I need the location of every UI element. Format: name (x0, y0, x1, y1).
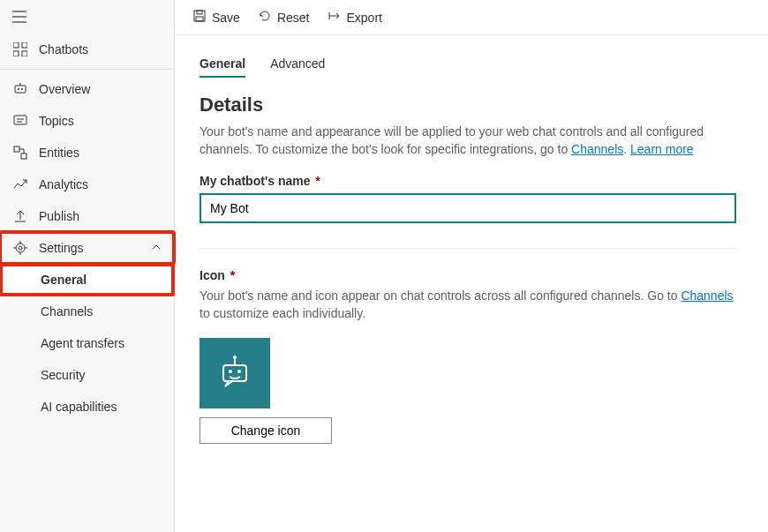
required-asterisk: * (312, 174, 320, 188)
nav-label: Overview (39, 82, 162, 96)
toolbar: Save Reset Export (175, 0, 768, 35)
svg-rect-14 (14, 146, 19, 152)
sub-label: Agent transfers (41, 336, 124, 350)
nav-label: Chatbots (39, 42, 162, 56)
tab-label: Advanced (270, 56, 325, 71)
sidebar-item-ai-capabilities[interactable]: AI capabilities (0, 391, 174, 423)
svg-rect-5 (13, 51, 19, 56)
nav-label: Publish (39, 209, 162, 223)
reset-label: Reset (277, 11, 310, 25)
nav-topics[interactable]: Topics (0, 105, 174, 137)
save-button[interactable]: Save (192, 9, 240, 26)
svg-rect-6 (22, 51, 27, 56)
nav-label: Entities (39, 146, 162, 160)
export-button[interactable]: Export (328, 9, 382, 26)
svg-rect-3 (13, 42, 19, 48)
learn-more-link[interactable]: Learn more (630, 142, 694, 156)
tab-label: General (200, 56, 245, 71)
bot-icon-preview (200, 338, 270, 408)
publish-icon (12, 209, 28, 223)
bot-avatar-icon (215, 353, 255, 393)
gear-icon (12, 241, 28, 255)
sidebar: Chatbots Overview Topics Entities (0, 0, 175, 532)
grid-icon (12, 42, 28, 56)
export-icon (328, 9, 342, 26)
svg-rect-27 (197, 11, 202, 14)
svg-rect-11 (14, 116, 26, 124)
chatbot-name-input[interactable] (200, 193, 736, 223)
svg-rect-15 (21, 154, 26, 159)
sub-label: Security (41, 368, 86, 382)
divider (200, 248, 736, 249)
export-label: Export (347, 11, 382, 25)
svg-point-35 (237, 370, 241, 373)
sub-label: AI capabilities (41, 400, 117, 414)
svg-point-33 (233, 356, 237, 359)
svg-rect-28 (196, 17, 203, 21)
tab-general[interactable]: General (200, 51, 245, 78)
svg-point-9 (21, 88, 23, 90)
nav-settings[interactable]: Settings (0, 232, 174, 264)
sidebar-item-general[interactable]: General (0, 264, 174, 296)
main-content: Save Reset Export General (175, 0, 768, 532)
save-label: Save (212, 11, 240, 25)
chevron-up-icon (151, 241, 162, 255)
nav-chatbots[interactable]: Chatbots (0, 34, 174, 65)
nav-label: Settings (39, 241, 140, 255)
nav-entities[interactable]: Entities (0, 137, 174, 169)
details-title: Details (200, 94, 743, 116)
sub-label: General (41, 273, 87, 287)
svg-rect-4 (22, 42, 27, 48)
nav-publish[interactable]: Publish (0, 200, 174, 232)
content-area: General Advanced Details Your bot's name… (175, 35, 768, 460)
change-icon-label: Change icon (231, 423, 301, 438)
svg-point-21 (19, 246, 22, 250)
change-icon-button[interactable]: Change icon (200, 417, 332, 444)
nav-label: Topics (39, 114, 162, 128)
svg-point-8 (18, 88, 19, 90)
entities-icon (12, 146, 28, 160)
nav-overview[interactable]: Overview (0, 73, 174, 105)
sidebar-item-security[interactable]: Security (0, 359, 174, 391)
save-icon (192, 9, 207, 26)
details-description: Your bot's name and appearance will be a… (200, 124, 743, 158)
sidebar-item-agent-transfers[interactable]: Agent transfers (0, 327, 174, 359)
bot-icon (12, 82, 28, 96)
tabs: General Advanced (200, 51, 743, 78)
name-field-label: My chatbot's name * (200, 174, 743, 188)
hamburger-menu[interactable] (0, 0, 174, 34)
nav-analytics[interactable]: Analytics (0, 169, 174, 200)
required-asterisk: * (227, 268, 235, 282)
sub-label: Channels (41, 304, 93, 318)
svg-point-34 (229, 370, 232, 373)
channels-link-2[interactable]: Channels (681, 288, 733, 303)
channels-link[interactable]: Channels (571, 142, 623, 156)
reset-button[interactable]: Reset (258, 9, 310, 26)
hamburger-icon (12, 11, 26, 23)
tab-advanced[interactable]: Advanced (270, 51, 325, 78)
sidebar-item-channels[interactable]: Channels (0, 296, 174, 327)
icon-description: Your bot's name and icon appear on chat … (200, 288, 743, 322)
chat-icon (12, 114, 28, 128)
icon-field-label: Icon * (200, 268, 743, 282)
svg-point-20 (16, 244, 25, 252)
reset-icon (258, 9, 272, 26)
nav-label: Analytics (39, 177, 162, 191)
svg-rect-7 (15, 86, 26, 93)
divider (0, 69, 174, 70)
analytics-icon (12, 177, 28, 191)
